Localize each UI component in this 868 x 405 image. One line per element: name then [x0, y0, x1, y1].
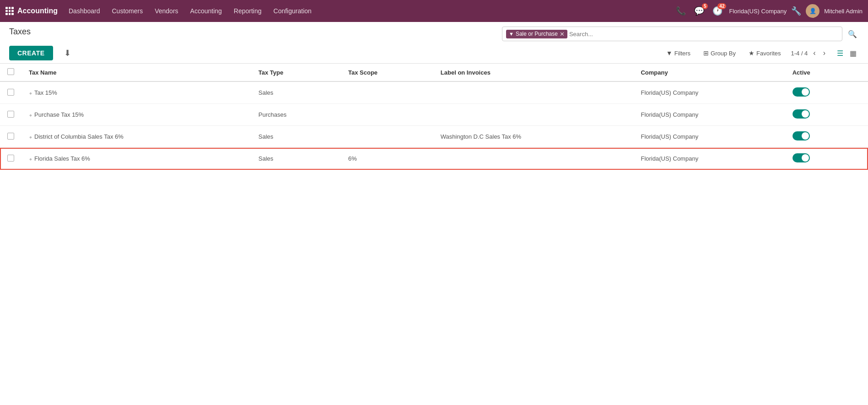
taxes-table: Tax Name Tax Type Tax Scope Label on Inv… [0, 64, 868, 170]
table-body: ⬥ Tax 15% Sales Florida(US) Company ⬥ Pu… [0, 81, 868, 170]
row-checkbox-cell [0, 148, 22, 170]
search-submit-icon[interactable]: 🔍 [846, 28, 859, 40]
row-type: Sales [251, 126, 341, 148]
pagination-text: 1-4 / 4 [791, 50, 808, 57]
page-title: Taxes [9, 27, 31, 37]
nav-accounting[interactable]: Accounting [185, 5, 227, 17]
topnav-menu: Dashboard Customers Vendors Accounting R… [63, 5, 672, 17]
row-active[interactable] [785, 81, 853, 104]
nav-vendors[interactable]: Vendors [149, 5, 183, 17]
row-company: Florida(US) Company [633, 126, 785, 148]
select-all-checkbox[interactable] [7, 68, 14, 75]
favorites-label: Favorites [756, 50, 781, 57]
header-active[interactable]: Active [785, 64, 853, 81]
row-active[interactable] [785, 148, 853, 170]
drag-handle-icon[interactable]: ⬥ [29, 111, 32, 118]
search-input[interactable] [567, 31, 838, 38]
topnav-brand[interactable]: Accounting [5, 7, 58, 15]
page: Taxes ▼ Sale or Purchase ✕ 🔍 CREATE ⬇ ▼ … [0, 22, 868, 405]
row-name[interactable]: ⬥ District of Columbia Sales Tax 6% [22, 126, 251, 148]
row-label [433, 104, 634, 126]
brand-name: Accounting [17, 7, 58, 15]
control-bar: CREATE ⬇ ▼ Filters ⊞ Group By ★ Favorite… [0, 43, 868, 64]
drag-handle-icon[interactable]: ⬥ [29, 155, 32, 162]
layers-icon: ⊞ [703, 49, 709, 57]
row-settings [853, 126, 868, 148]
table-row[interactable]: ⬥ District of Columbia Sales Tax 6% Sale… [0, 126, 868, 148]
row-name[interactable]: ⬥ Purchase Tax 15% [22, 104, 251, 126]
kanban-view-button[interactable]: ▦ [847, 48, 859, 59]
filter-tag-label: Sale or Purchase [516, 31, 558, 37]
header-tax-name[interactable]: Tax Name [22, 64, 251, 81]
row-type: Sales [251, 81, 341, 104]
nav-customers[interactable]: Customers [107, 5, 149, 17]
filter-icon: ▼ [509, 31, 514, 37]
table-row[interactable]: ⬥ Tax 15% Sales Florida(US) Company [0, 81, 868, 104]
header-tax-type[interactable]: Tax Type [251, 64, 341, 81]
topnav-right: 📞 💬 5 🕐 42 Florida(US) Company 🔧 👤 Mitch… [674, 4, 863, 18]
row-label [433, 81, 634, 104]
row-type: Sales [251, 148, 341, 170]
active-toggle[interactable] [793, 131, 810, 140]
clock-icon[interactable]: 🕐 42 [711, 4, 724, 18]
filters-button[interactable]: ▼ Filters [663, 48, 693, 59]
row-label [433, 148, 634, 170]
filters-label: Filters [674, 50, 690, 57]
grid-icon[interactable] [5, 7, 14, 15]
search-bar: ▼ Sale or Purchase ✕ [502, 27, 842, 41]
nav-reporting[interactable]: Reporting [228, 5, 267, 17]
group-by-label: Group By [711, 50, 736, 57]
row-company: Florida(US) Company [633, 148, 785, 170]
table-row[interactable]: ⬥ Florida Sales Tax 6% Sales 6% Florida(… [0, 148, 868, 170]
row-checkbox[interactable] [7, 133, 14, 140]
row-active[interactable] [785, 104, 853, 126]
group-by-button[interactable]: ⊞ Group By [701, 48, 739, 59]
header-label-invoices[interactable]: Label on Invoices [433, 64, 634, 81]
row-scope [341, 104, 433, 126]
favorites-button[interactable]: ★ Favorites [746, 48, 783, 59]
row-company: Florida(US) Company [633, 104, 785, 126]
table-container: Tax Name Tax Type Tax Scope Label on Inv… [0, 64, 868, 170]
row-checkbox-cell [0, 126, 22, 148]
header-checkbox-col [0, 64, 22, 81]
avatar[interactable]: 👤 [806, 4, 819, 18]
list-view-button[interactable]: ☰ [835, 48, 846, 59]
nav-configuration[interactable]: Configuration [268, 5, 317, 17]
header-company[interactable]: Company [633, 64, 785, 81]
company-name: Florida(US) Company [729, 8, 787, 15]
phone-icon[interactable]: 📞 [674, 4, 688, 18]
pagination-next[interactable]: › [821, 48, 827, 58]
active-toggle[interactable] [793, 109, 810, 119]
create-button[interactable]: CREATE [9, 46, 53, 60]
pagination-prev[interactable]: ‹ [811, 48, 817, 58]
download-button[interactable]: ⬇ [60, 46, 75, 60]
filter-tag-sale-purchase[interactable]: ▼ Sale or Purchase ✕ [506, 30, 567, 38]
row-name[interactable]: ⬥ Florida Sales Tax 6% [22, 148, 251, 170]
table-row[interactable]: ⬥ Purchase Tax 15% Purchases Florida(US)… [0, 104, 868, 126]
row-name[interactable]: ⬥ Tax 15% [22, 81, 251, 104]
drag-handle-icon[interactable]: ⬥ [29, 89, 32, 96]
star-icon: ★ [749, 49, 755, 57]
drag-handle-icon[interactable]: ⬥ [29, 133, 32, 140]
messages-icon[interactable]: 💬 5 [692, 4, 706, 18]
header-settings-col [853, 64, 868, 81]
row-checkbox[interactable] [7, 111, 14, 118]
filter-tag-remove[interactable]: ✕ [560, 31, 565, 38]
tools-icon[interactable]: 🔧 [791, 6, 801, 16]
row-checkbox[interactable] [7, 155, 14, 162]
active-toggle[interactable] [793, 153, 810, 162]
user-name: Mitchell Admin [824, 8, 863, 15]
header-tax-scope[interactable]: Tax Scope [341, 64, 433, 81]
row-checkbox[interactable] [7, 89, 14, 96]
clock-badge: 42 [717, 3, 726, 9]
table-header-row: Tax Name Tax Type Tax Scope Label on Inv… [0, 64, 868, 81]
row-company: Florida(US) Company [633, 81, 785, 104]
row-scope [341, 81, 433, 104]
nav-dashboard[interactable]: Dashboard [63, 5, 106, 17]
row-active[interactable] [785, 126, 853, 148]
active-toggle[interactable] [793, 87, 810, 97]
filter-icon: ▼ [666, 49, 673, 57]
row-settings [853, 81, 868, 104]
messages-badge: 5 [702, 3, 708, 9]
row-label: Washington D.C Sales Tax 6% [433, 126, 634, 148]
